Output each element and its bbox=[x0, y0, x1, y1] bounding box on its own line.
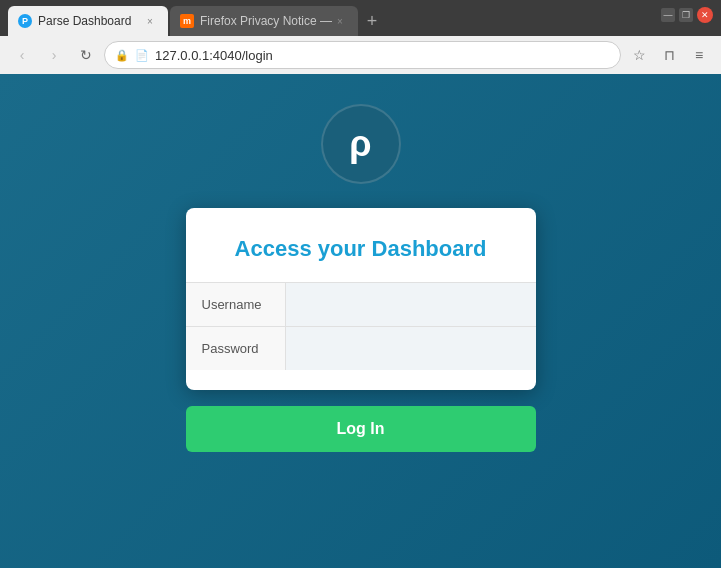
logo-symbol: ρ bbox=[349, 126, 371, 162]
tab-firefox[interactable]: m Firefox Privacy Notice — × bbox=[170, 6, 358, 36]
back-button[interactable]: ‹ bbox=[8, 41, 36, 69]
page-icon: 📄 bbox=[135, 49, 149, 62]
password-label: Password bbox=[186, 327, 286, 370]
card-title: Access your Dashboard bbox=[186, 236, 536, 262]
address-display: 127.0.0.1:4040/login bbox=[155, 48, 273, 63]
username-input[interactable] bbox=[286, 283, 536, 326]
browser-chrome: P Parse Dashboard × m Firefox Privacy No… bbox=[0, 0, 721, 74]
username-row: Username bbox=[186, 282, 536, 326]
maximize-button[interactable]: ❐ bbox=[679, 8, 693, 22]
toolbar-right: ☆ ⊓ ≡ bbox=[625, 41, 713, 69]
login-button[interactable]: Log In bbox=[186, 406, 536, 452]
window-controls: — ❐ ✕ bbox=[661, 7, 713, 23]
username-label: Username bbox=[186, 283, 286, 326]
tab-firefox-label: Firefox Privacy Notice — bbox=[200, 14, 332, 28]
pocket-button[interactable]: ⊓ bbox=[655, 41, 683, 69]
login-card: Access your Dashboard Username Password bbox=[186, 208, 536, 390]
tab-parse-close[interactable]: × bbox=[142, 13, 158, 29]
minimize-button[interactable]: — bbox=[661, 8, 675, 22]
logo-circle: ρ bbox=[321, 104, 401, 184]
tab-firefox-close[interactable]: × bbox=[332, 13, 348, 29]
mozilla-favicon: m bbox=[180, 14, 194, 28]
address-text[interactable]: 127.0.0.1:4040/login bbox=[155, 48, 610, 63]
parse-favicon: P bbox=[18, 14, 32, 28]
close-button[interactable]: ✕ bbox=[697, 7, 713, 23]
lock-icon: 🔒 bbox=[115, 49, 129, 62]
password-row: Password bbox=[186, 326, 536, 370]
refresh-button[interactable]: ↻ bbox=[72, 41, 100, 69]
address-bar[interactable]: 🔒 📄 127.0.0.1:4040/login bbox=[104, 41, 621, 69]
page-content: ρ Access your Dashboard Username Passwor… bbox=[0, 74, 721, 568]
card-bottom-spacer bbox=[186, 370, 536, 390]
title-bar: P Parse Dashboard × m Firefox Privacy No… bbox=[0, 0, 721, 36]
tab-parse-label: Parse Dashboard bbox=[38, 14, 142, 28]
toolbar: ‹ › ↻ 🔒 📄 127.0.0.1:4040/login ☆ ⊓ ≡ bbox=[0, 36, 721, 74]
tab-parse[interactable]: P Parse Dashboard × bbox=[8, 6, 168, 36]
menu-button[interactable]: ≡ bbox=[685, 41, 713, 69]
password-input[interactable] bbox=[286, 327, 536, 370]
new-tab-button[interactable]: + bbox=[358, 7, 386, 35]
forward-button[interactable]: › bbox=[40, 41, 68, 69]
bookmark-button[interactable]: ☆ bbox=[625, 41, 653, 69]
